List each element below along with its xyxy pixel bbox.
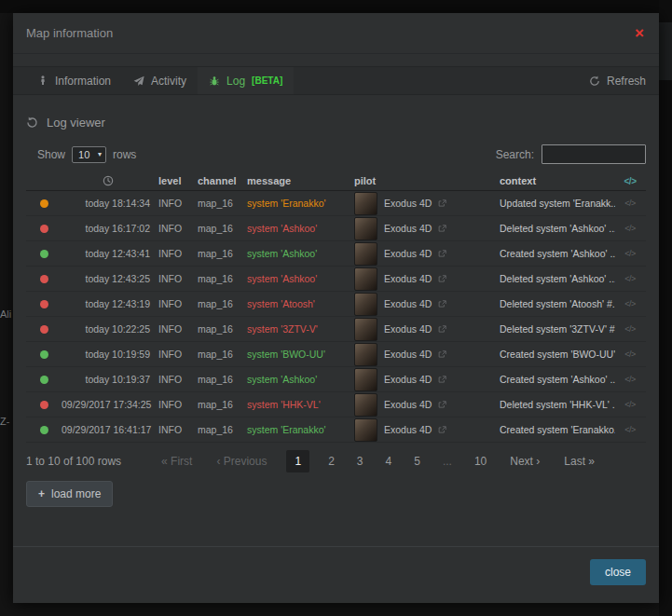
section-title: Log viewer: [47, 116, 105, 130]
search-input[interactable]: [542, 144, 646, 164]
log-level: INFO: [155, 349, 194, 360]
log-pilot-cell: Exodus 4D: [354, 368, 496, 391]
tab-log[interactable]: Log [BETA]: [198, 67, 294, 94]
pilot-avatar: [354, 318, 377, 341]
row-code-icon[interactable]: </>: [615, 249, 645, 258]
pagination-page[interactable]: 4: [386, 455, 392, 468]
tab-label: Log: [226, 75, 245, 88]
log-context: Deleted system 'HHK-VL' ...: [496, 399, 615, 410]
status-dot-cell: [26, 401, 62, 409]
row-code-icon[interactable]: </>: [615, 299, 645, 308]
header-channel[interactable]: channel: [194, 175, 243, 186]
log-message: system 'Ashkoo': [243, 223, 354, 234]
header-pilot[interactable]: pilot: [354, 175, 496, 186]
dialog-body: Log viewer Show 10 ▾ rows Search:: [13, 95, 659, 546]
tab-activity[interactable]: Activity: [122, 67, 198, 94]
page-size-select-wrap: 10 ▾: [72, 146, 106, 163]
row-code-icon[interactable]: </>: [615, 400, 645, 409]
beta-badge: [BETA]: [252, 75, 282, 86]
close-button[interactable]: close: [590, 559, 646, 585]
pagination-page[interactable]: 5: [414, 455, 420, 468]
log-pilot-cell: Exodus 4D: [354, 343, 496, 366]
pagination-last[interactable]: Last »: [564, 455, 595, 468]
load-more-button[interactable]: + load more: [26, 481, 113, 507]
pilot-avatar: [354, 267, 377, 291]
log-context: Created system 'Ashkoo' ...: [496, 374, 615, 385]
row-code-icon[interactable]: </>: [615, 425, 645, 434]
status-dot: [40, 401, 48, 409]
log-context: Created system 'BWO-UU'...: [496, 349, 615, 360]
tab-label: Activity: [151, 75, 186, 88]
log-context: Created system 'Ashkoo' ...: [496, 248, 615, 259]
header-code-icon: </>: [615, 176, 645, 186]
pilot-avatar: [354, 393, 377, 417]
row-code-icon[interactable]: </>: [615, 375, 645, 384]
external-link-icon: [438, 325, 446, 334]
log-pilot-cell: Exodus 4D: [354, 267, 496, 291]
row-code-icon[interactable]: </>: [615, 198, 645, 208]
row-code-icon[interactable]: </>: [615, 274, 645, 283]
refresh-button[interactable]: Refresh: [589, 67, 646, 94]
pagination-page[interactable]: 1: [286, 450, 309, 472]
row-code-icon[interactable]: </>: [615, 349, 645, 359]
log-level: INFO: [155, 374, 194, 385]
background-map-label: Z-: [0, 416, 9, 427]
log-pilot-cell: Exodus 4D: [354, 418, 496, 442]
log-context: Deleted system 'Ashkoo' ...: [496, 273, 615, 284]
table-row: today 16:17:02INFOmap_16system 'Ashkoo'E…: [26, 216, 646, 241]
page-size-select[interactable]: 10: [72, 146, 106, 163]
log-time: today 12:43:25: [62, 273, 155, 284]
table-row: 09/29/2017 16:41:17INFOmap_16system 'Era…: [26, 418, 646, 443]
pilot-name: Exodus 4D: [384, 223, 432, 234]
log-channel: map_16: [194, 399, 243, 410]
bug-icon: [209, 75, 220, 87]
pagination-first[interactable]: « First: [161, 455, 192, 468]
status-dot-cell: [26, 199, 62, 208]
log-message: system 'Ashkoo': [243, 374, 354, 385]
pagination-page[interactable]: 10: [474, 455, 487, 468]
pagination-previous[interactable]: ‹ Previous: [216, 455, 267, 468]
log-message: system 'Eranakko': [243, 424, 354, 435]
log-channel: map_16: [194, 198, 243, 209]
log-level: INFO: [155, 424, 194, 435]
table-row: today 10:19:59INFOmap_16system 'BWO-UU'E…: [26, 342, 646, 367]
pagination-page[interactable]: 3: [357, 455, 363, 468]
status-dot-cell: [26, 376, 62, 384]
pagination-page[interactable]: 2: [328, 455, 335, 468]
log-channel: map_16: [194, 349, 243, 360]
header-level[interactable]: level: [155, 175, 194, 186]
log-level: INFO: [155, 248, 194, 259]
log-pilot-cell: Exodus 4D: [354, 192, 496, 215]
background-map-label: Ali: [0, 308, 11, 320]
header-context[interactable]: context: [496, 175, 615, 186]
log-time: today 10:19:37: [62, 374, 155, 385]
row-code-icon[interactable]: </>: [615, 324, 645, 334]
log-level: INFO: [155, 399, 194, 410]
log-channel: map_16: [194, 323, 243, 335]
header-message[interactable]: message: [243, 175, 354, 186]
pilot-avatar: [354, 418, 377, 442]
status-dot-cell: [26, 350, 62, 359]
log-viewer-heading: Log viewer: [26, 116, 105, 130]
show-label: Show: [37, 148, 65, 161]
pilot-avatar: [354, 242, 377, 266]
log-context: Created system 'Eranakko...: [496, 424, 615, 435]
table-row: today 10:22:25INFOmap_16system '3ZTV-V'E…: [26, 317, 646, 342]
log-level: INFO: [155, 298, 194, 309]
log-time: today 12:43:19: [62, 298, 155, 309]
pilot-name: Exodus 4D: [384, 424, 432, 435]
background-ui-fragment: [659, 22, 672, 80]
tab-information[interactable]: Information: [26, 67, 122, 94]
row-code-icon[interactable]: </>: [615, 224, 645, 233]
dialog-close-icon[interactable]: ×: [635, 25, 644, 41]
plus-icon: +: [38, 487, 45, 500]
pilot-avatar: [354, 293, 377, 316]
search-label: Search:: [496, 148, 534, 161]
table-header-row: level channel message pilot context </>: [26, 171, 646, 191]
pilot-name: Exodus 4D: [384, 374, 432, 385]
status-dot-cell: [26, 225, 62, 233]
log-message: system 'BWO-UU': [243, 349, 354, 360]
pagination-next[interactable]: Next ›: [510, 455, 540, 468]
log-level: INFO: [155, 223, 194, 234]
header-time-column[interactable]: [62, 175, 155, 186]
